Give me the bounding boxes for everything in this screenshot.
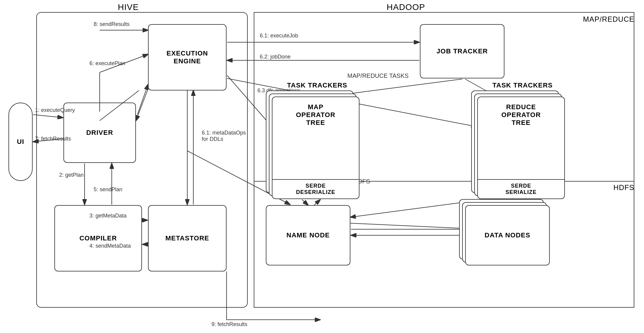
label-5: 5: sendPlan [94,186,122,193]
label-2: 2: getPlan [59,172,84,178]
task-trackers-map-group: MAPOPERATORTREE SERDEDESERIALIZE [272,97,359,199]
hadoop-label: HADOOP [387,2,425,12]
execution-engine-box: EXECUTIONENGINE [148,24,227,90]
metastore-box: METASTORE [148,205,227,271]
label-6-1-meta: 6.1: metaDataOpsfor DDLs [202,130,246,142]
label-7: 7: fetchResults [35,136,71,142]
job-tracker-box: JOB TRACKER [420,24,504,78]
diagram-container: HIVE HADOOP MAP/REDUCE HDFS UI DRIVER CO… [0,0,644,333]
label-map-reduce-tasks: MAP/REDUCE TASKS [347,72,409,79]
label-9: 9: fetchResults [211,321,247,328]
label-6: 6: executePlan [89,60,125,67]
label-6-2: 6.2: jobDone [260,54,291,60]
label-3: 3: getMetaData [89,213,127,219]
label-1: 1: executeQuery [35,107,75,113]
data-nodes-group: DATA NODES [465,205,550,265]
hive-label: HIVE [118,2,139,12]
name-node-group: NAME NODE [266,205,350,265]
label-8: 8: sendResults [94,21,130,27]
label-6-1-execute: 6.1: executeJob [260,33,298,39]
label-4: 4: sendMetaData [89,243,131,249]
mapreduce-label: MAP/REDUCE [583,15,634,24]
task-trackers-reduce-group: REDUCEOPERATORTREE SERDESERIALIZE [477,97,565,199]
ui-box: UI [8,103,33,181]
hdfs-label: HDFS [613,183,634,192]
